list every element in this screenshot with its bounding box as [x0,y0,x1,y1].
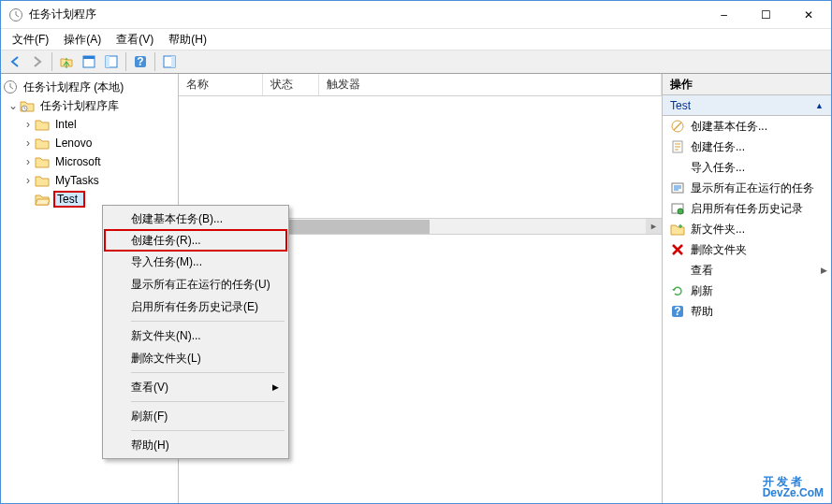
folder-icon [35,154,50,169]
expander-icon[interactable] [22,193,35,206]
task-icon [670,139,685,154]
tree-item-label: Lenovo [53,137,94,150]
menu-separator [131,321,285,322]
tree-item-intel[interactable]: ›Intel [3,115,176,134]
menu-view[interactable]: 查看(V) [109,30,161,50]
action-item[interactable]: 创建基本任务... [663,116,831,137]
ctx-item[interactable]: 导入任务(M)... [105,251,286,273]
ctx-item[interactable]: 查看(V)▶ [105,376,286,398]
scroll-right-icon[interactable]: ► [646,219,662,235]
folder-icon [35,192,50,207]
refresh-icon [670,283,685,298]
tree-item-label: Intel [53,118,79,131]
expander-icon[interactable]: › [22,155,35,168]
tree-item-lenovo[interactable]: ›Lenovo [3,134,176,152]
folder-icon [35,136,50,151]
tree-root[interactable]: 任务计划程序 (本地) [3,78,176,96]
action-label: 刷新 [691,283,827,299]
tree-item-microsoft[interactable]: ›Microsoft [3,152,176,171]
list-header: 名称 状态 触发器 [179,74,662,96]
ctx-item[interactable]: 创建基本任务(B)... [105,208,286,230]
ctx-item[interactable]: 帮助(H) [105,434,286,456]
up-button[interactable] [56,51,77,72]
folder-icon [35,117,50,132]
action-label: 启用所有任务历史记录 [691,201,827,217]
tree-root-label: 任务计划程序 (本地) [22,79,125,95]
action-item[interactable]: 启用所有任务历史记录 [663,198,831,219]
action-label: 删除文件夹 [691,242,827,258]
back-button[interactable] [5,51,25,72]
action-item[interactable]: 帮助 [663,301,831,322]
tree-library[interactable]: ⌄ 任务计划程序库 [3,96,176,115]
action-item[interactable]: 创建任务... [663,137,831,157]
menu-file[interactable]: 文件(F) [5,30,56,50]
window-title: 任务计划程序 [29,7,703,22]
action-item[interactable]: 新文件夹... [663,219,831,239]
expander-icon[interactable]: › [22,118,35,131]
action-label: 查看 [691,263,815,279]
action-label: 显示所有正在运行的任务 [691,180,827,196]
action-item[interactable]: 导入任务... [663,157,831,178]
tree-item-mytasks[interactable]: ›MyTasks [3,171,176,190]
menu-action[interactable]: 操作(A) [56,30,109,50]
ctx-item[interactable]: 新文件夹(N)... [105,324,286,347]
close-button[interactable]: ✕ [787,2,829,28]
app-icon [8,7,23,22]
forward-button[interactable] [27,51,48,72]
panel3-button[interactable] [159,51,180,72]
menu-separator [131,372,285,373]
action-label: 导入任务... [691,160,827,176]
list-body [179,96,662,218]
action-item[interactable]: 显示所有正在运行的任务 [663,178,831,198]
toolbar [1,50,831,74]
tree-item-label: Microsoft [53,155,103,168]
newfolder-icon [670,222,685,237]
col-trigger[interactable]: 触发器 [319,74,662,95]
action-label: 帮助 [691,304,827,320]
help-toolbar-button[interactable] [130,51,151,72]
submenu-arrow-icon: ▶ [821,266,827,275]
menubar: 文件(F) 操作(A) 查看(V) 帮助(H) [1,29,831,50]
collapse-icon[interactable]: ▲ [815,101,824,110]
tree-item-label: Test [53,191,85,208]
expander-icon[interactable]: › [22,174,35,187]
action-item[interactable]: 删除文件夹 [663,239,831,260]
running-icon [670,180,685,195]
action-item[interactable]: 刷新 [663,281,831,301]
toolbar-sep [51,52,52,71]
action-label: 新文件夹... [691,222,827,238]
action-item[interactable]: 查看▶ [663,260,831,281]
actions-subheader[interactable]: Test ▲ [663,95,831,116]
toolbar-sep [125,52,126,71]
col-name[interactable]: 名称 [179,74,263,95]
menu-help[interactable]: 帮助(H) [161,30,214,50]
expander-icon[interactable]: ⌄ [7,99,20,112]
wizard-icon [670,119,685,134]
ctx-item[interactable]: 刷新(F) [105,405,286,427]
actions-pane: 操作 Test ▲ 创建基本任务...创建任务...导入任务...显示所有正在运… [663,74,831,503]
menu-separator [131,430,285,431]
ctx-item[interactable]: 删除文件夹(L) [105,347,286,369]
ctx-item[interactable]: 启用所有任务历史记录(E) [105,295,286,318]
delete-icon [670,242,685,257]
menu-separator [131,401,285,402]
blank-icon [670,160,685,175]
expander-icon[interactable]: › [22,137,35,150]
blank-icon [670,263,685,278]
submenu-arrow-icon: ▶ [272,382,279,392]
help-icon [670,304,685,319]
ctx-item[interactable]: 创建任务(R)... [104,229,287,252]
minimize-button[interactable]: – [703,2,745,28]
tree-item-label: MyTasks [53,174,101,187]
maximize-button[interactable]: ☐ [745,2,787,28]
ctx-item[interactable]: 显示所有正在运行的任务(U) [105,273,286,295]
panel1-button[interactable] [79,51,99,72]
actions-header: 操作 [663,74,831,95]
titlebar: 任务计划程序 – ☐ ✕ [1,1,831,29]
history-icon [670,201,685,216]
panel2-button[interactable] [101,51,122,72]
folder-icon [35,173,50,188]
clock-icon [3,79,18,94]
col-status[interactable]: 状态 [263,74,319,95]
actions-subheader-label: Test [670,99,691,112]
